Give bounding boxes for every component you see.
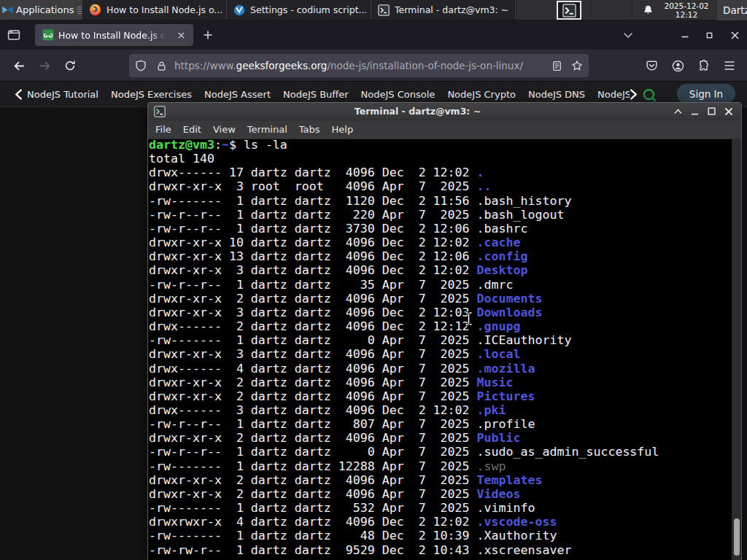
tab-close-button[interactable] bbox=[174, 28, 187, 42]
file-name: .pki bbox=[477, 403, 506, 417]
panel-handle[interactable] bbox=[76, 0, 82, 20]
terminal-minimize-button[interactable] bbox=[686, 104, 703, 119]
extensions-button[interactable] bbox=[692, 54, 716, 77]
terminal-window: Terminal - dartz@vm3: ~ bbox=[147, 102, 742, 560]
task-label: Settings - codium script... bbox=[250, 4, 366, 15]
close-icon bbox=[724, 107, 733, 116]
subnav-link[interactable]: NodeJS Crypto bbox=[447, 89, 516, 100]
close-icon bbox=[730, 31, 740, 40]
list-all-tabs-button[interactable] bbox=[619, 28, 638, 42]
firefox-view-icon bbox=[7, 28, 20, 42]
file-name: .config bbox=[477, 249, 528, 263]
ls-line: -rw------- 1 dartz dartz 1120 Dec 2 11:5… bbox=[149, 194, 659, 208]
task-label: Terminal - dartz@vm3: ~ bbox=[395, 4, 508, 15]
menu-item[interactable]: View bbox=[207, 122, 241, 137]
window-maximize-button[interactable] bbox=[699, 25, 719, 45]
subnav-link[interactable]: NodeJS Assert bbox=[204, 89, 271, 100]
window-close-button[interactable] bbox=[724, 25, 745, 45]
ls-line: drwxr-xr-x 3 root root 4096 Apr 7 2025 .… bbox=[149, 179, 659, 193]
subnav-scroll-right-button[interactable] bbox=[626, 87, 640, 101]
back-button[interactable] bbox=[7, 54, 31, 77]
file-name: .Xauthority bbox=[477, 529, 557, 542]
subnav-link[interactable]: NodeJS DNS bbox=[528, 89, 585, 100]
url-text: https://www.geeksforgeeks.org/node-js/in… bbox=[174, 60, 546, 71]
minimize-icon bbox=[681, 31, 689, 39]
task-button-terminal[interactable]: Terminal - dartz@vm3: ~ bbox=[371, 0, 516, 20]
ls-line: -rw-r--r-- 1 dartz dartz 807 Apr 7 2025 … bbox=[149, 417, 659, 431]
panel-clock[interactable]: 2025-12-02 12:12 bbox=[660, 1, 713, 20]
task-button-firefox[interactable]: How to Install Node.js o... bbox=[82, 0, 227, 20]
star-icon bbox=[571, 60, 583, 71]
bookmark-star-button[interactable] bbox=[567, 55, 587, 76]
arrow-left-icon bbox=[13, 60, 26, 72]
menu-item[interactable]: Terminal bbox=[241, 122, 293, 137]
close-icon bbox=[177, 31, 185, 39]
terminal-output[interactable]: dartz@vm3:~$ ls -la total 140 drwx------… bbox=[148, 139, 741, 560]
file-name: Videos bbox=[477, 487, 521, 501]
ls-line: drwxrwxr-x 4 dartz dartz 4096 Dec 2 12:0… bbox=[149, 515, 659, 529]
reader-mode-button[interactable] bbox=[546, 55, 567, 76]
task-button-codium[interactable]: Settings - codium script... bbox=[227, 0, 371, 20]
account-icon bbox=[672, 60, 684, 72]
window-tasklist: How to Install Node.js o... Settings - c… bbox=[82, 0, 516, 20]
ls-line: drwx------ 17 dartz dartz 4096 Dec 2 12:… bbox=[149, 166, 659, 179]
sign-in-button[interactable]: Sign In bbox=[677, 84, 735, 104]
user-menu-button[interactable]: Dartz bbox=[717, 0, 747, 20]
geeksforgeeks-favicon bbox=[42, 29, 54, 41]
reload-button[interactable] bbox=[58, 54, 82, 77]
subnav-scroll-left-button[interactable] bbox=[11, 87, 26, 101]
pocket-button[interactable] bbox=[640, 54, 663, 77]
ls-line: -rw------- 1 dartz dartz 48 Dec 2 10:39 … bbox=[149, 529, 659, 542]
panel-separator bbox=[632, 0, 632, 20]
ls-line: -rw-r--r-- 1 dartz dartz 35 Apr 7 2025 .… bbox=[149, 278, 659, 292]
file-name: Documents bbox=[477, 292, 543, 306]
subnav-link[interactable]: NodeJS Console bbox=[361, 89, 436, 100]
subnav-link[interactable]: NodeJS File System bbox=[597, 89, 630, 100]
ls-line: -rw-r--r-- 1 dartz dartz 220 Apr 7 2025 … bbox=[149, 208, 659, 222]
file-name: .xscreensaver bbox=[477, 543, 572, 557]
subnav-link[interactable]: NodeJS Buffer bbox=[283, 89, 349, 100]
file-name: .ICEauthority bbox=[477, 333, 572, 347]
chevron-right-icon bbox=[629, 89, 638, 100]
applications-menu-button[interactable]: Applications bbox=[0, 0, 76, 20]
terminal-launcher-focused[interactable] bbox=[557, 1, 581, 20]
lock-icon[interactable] bbox=[151, 55, 171, 76]
scrollbar-thumb[interactable] bbox=[734, 518, 740, 556]
menu-item[interactable]: Help bbox=[326, 122, 360, 137]
new-tab-button[interactable] bbox=[201, 28, 214, 42]
subnav-link[interactable]: NodeJS Tutorial bbox=[27, 89, 98, 100]
firefox-view-button[interactable] bbox=[6, 27, 22, 43]
total-line: total 140 bbox=[149, 152, 659, 166]
clock-time: 12:12 bbox=[660, 10, 713, 19]
terminal-maximize-button[interactable] bbox=[703, 104, 720, 119]
menu-item[interactable]: Tabs bbox=[293, 122, 326, 137]
ls-line: drwx------ 4 dartz dartz 4096 Apr 7 2025… bbox=[149, 362, 659, 376]
forward-button[interactable] bbox=[33, 54, 56, 77]
browser-tab[interactable]: How to Install Node.js on Linux bbox=[35, 24, 193, 46]
minimize-icon bbox=[691, 108, 699, 115]
tracking-protection-shield-icon[interactable] bbox=[131, 55, 151, 76]
file-name: Pictures bbox=[477, 389, 535, 403]
terminal-shade-button[interactable] bbox=[670, 104, 686, 119]
terminal-titlebar[interactable]: Terminal - dartz@vm3: ~ bbox=[148, 103, 741, 120]
window-minimize-button[interactable] bbox=[675, 25, 695, 45]
ls-line: drwxr-xr-x 3 dartz dartz 4096 Dec 2 12:0… bbox=[149, 263, 659, 277]
codium-icon bbox=[233, 4, 245, 16]
terminal-close-button[interactable] bbox=[720, 104, 737, 119]
ls-line: -rw------- 1 dartz dartz 532 Apr 7 2025 … bbox=[149, 501, 659, 515]
app-menu-button[interactable] bbox=[718, 54, 741, 77]
url-bar[interactable]: https://www.geeksforgeeks.org/node-js/in… bbox=[129, 54, 589, 77]
terminal-window-title: Terminal - dartz@vm3: ~ bbox=[166, 106, 670, 117]
terminal-scrollbar[interactable] bbox=[732, 139, 741, 560]
site-search-button[interactable] bbox=[641, 87, 657, 103]
menu-item[interactable]: Edit bbox=[177, 122, 207, 137]
plus-icon bbox=[203, 30, 213, 40]
account-button[interactable] bbox=[666, 54, 689, 77]
notification-bell-button[interactable] bbox=[636, 0, 659, 20]
subnav-link[interactable]: NodeJS Exercises bbox=[111, 89, 192, 100]
file-name: .mozilla bbox=[477, 362, 535, 376]
ls-line: -rw-r--r-- 1 dartz dartz 0 Apr 7 2025 .s… bbox=[149, 445, 659, 459]
file-name: .vscode-oss bbox=[477, 515, 557, 529]
maximize-icon bbox=[708, 107, 716, 115]
menu-item[interactable]: File bbox=[150, 122, 177, 137]
